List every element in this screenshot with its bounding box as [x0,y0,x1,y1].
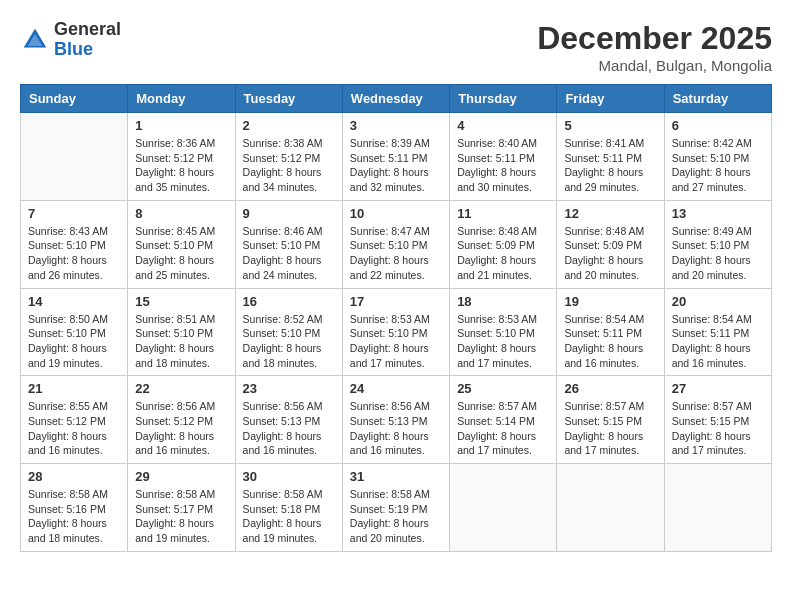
calendar-cell: 3Sunrise: 8:39 AM Sunset: 5:11 PM Daylig… [342,113,449,201]
day-info: Sunrise: 8:40 AM Sunset: 5:11 PM Dayligh… [457,136,549,195]
calendar-cell: 11Sunrise: 8:48 AM Sunset: 5:09 PM Dayli… [450,200,557,288]
week-row-4: 21Sunrise: 8:55 AM Sunset: 5:12 PM Dayli… [21,376,772,464]
calendar-cell: 19Sunrise: 8:54 AM Sunset: 5:11 PM Dayli… [557,288,664,376]
weekday-header-tuesday: Tuesday [235,85,342,113]
day-number: 17 [350,294,442,309]
day-number: 26 [564,381,656,396]
day-info: Sunrise: 8:56 AM Sunset: 5:13 PM Dayligh… [350,399,442,458]
day-number: 16 [243,294,335,309]
day-info: Sunrise: 8:36 AM Sunset: 5:12 PM Dayligh… [135,136,227,195]
day-number: 18 [457,294,549,309]
day-info: Sunrise: 8:51 AM Sunset: 5:10 PM Dayligh… [135,312,227,371]
weekday-header-row: SundayMondayTuesdayWednesdayThursdayFrid… [21,85,772,113]
calendar-cell: 16Sunrise: 8:52 AM Sunset: 5:10 PM Dayli… [235,288,342,376]
day-info: Sunrise: 8:49 AM Sunset: 5:10 PM Dayligh… [672,224,764,283]
day-number: 19 [564,294,656,309]
day-number: 13 [672,206,764,221]
day-info: Sunrise: 8:58 AM Sunset: 5:16 PM Dayligh… [28,487,120,546]
calendar-cell: 2Sunrise: 8:38 AM Sunset: 5:12 PM Daylig… [235,113,342,201]
calendar-cell: 20Sunrise: 8:54 AM Sunset: 5:11 PM Dayli… [664,288,771,376]
day-number: 1 [135,118,227,133]
day-number: 14 [28,294,120,309]
calendar-cell: 30Sunrise: 8:58 AM Sunset: 5:18 PM Dayli… [235,464,342,552]
day-info: Sunrise: 8:43 AM Sunset: 5:10 PM Dayligh… [28,224,120,283]
day-info: Sunrise: 8:38 AM Sunset: 5:12 PM Dayligh… [243,136,335,195]
day-number: 24 [350,381,442,396]
day-number: 11 [457,206,549,221]
day-number: 3 [350,118,442,133]
logo-blue: Blue [54,40,121,60]
day-info: Sunrise: 8:39 AM Sunset: 5:11 PM Dayligh… [350,136,442,195]
week-row-1: 1Sunrise: 8:36 AM Sunset: 5:12 PM Daylig… [21,113,772,201]
week-row-2: 7Sunrise: 8:43 AM Sunset: 5:10 PM Daylig… [21,200,772,288]
calendar-cell: 12Sunrise: 8:48 AM Sunset: 5:09 PM Dayli… [557,200,664,288]
day-info: Sunrise: 8:55 AM Sunset: 5:12 PM Dayligh… [28,399,120,458]
day-info: Sunrise: 8:54 AM Sunset: 5:11 PM Dayligh… [564,312,656,371]
weekday-header-thursday: Thursday [450,85,557,113]
day-number: 12 [564,206,656,221]
calendar-cell: 21Sunrise: 8:55 AM Sunset: 5:12 PM Dayli… [21,376,128,464]
day-number: 31 [350,469,442,484]
day-info: Sunrise: 8:45 AM Sunset: 5:10 PM Dayligh… [135,224,227,283]
day-number: 27 [672,381,764,396]
calendar-cell: 17Sunrise: 8:53 AM Sunset: 5:10 PM Dayli… [342,288,449,376]
day-info: Sunrise: 8:58 AM Sunset: 5:18 PM Dayligh… [243,487,335,546]
calendar-cell: 9Sunrise: 8:46 AM Sunset: 5:10 PM Daylig… [235,200,342,288]
day-info: Sunrise: 8:50 AM Sunset: 5:10 PM Dayligh… [28,312,120,371]
calendar-cell: 4Sunrise: 8:40 AM Sunset: 5:11 PM Daylig… [450,113,557,201]
day-info: Sunrise: 8:56 AM Sunset: 5:13 PM Dayligh… [243,399,335,458]
day-info: Sunrise: 8:56 AM Sunset: 5:12 PM Dayligh… [135,399,227,458]
calendar-table: SundayMondayTuesdayWednesdayThursdayFrid… [20,84,772,552]
calendar-cell: 8Sunrise: 8:45 AM Sunset: 5:10 PM Daylig… [128,200,235,288]
logo: General Blue [20,20,121,60]
calendar-cell: 18Sunrise: 8:53 AM Sunset: 5:10 PM Dayli… [450,288,557,376]
calendar-cell [664,464,771,552]
day-info: Sunrise: 8:46 AM Sunset: 5:10 PM Dayligh… [243,224,335,283]
day-number: 6 [672,118,764,133]
calendar-cell: 25Sunrise: 8:57 AM Sunset: 5:14 PM Dayli… [450,376,557,464]
day-info: Sunrise: 8:58 AM Sunset: 5:17 PM Dayligh… [135,487,227,546]
weekday-header-sunday: Sunday [21,85,128,113]
day-number: 8 [135,206,227,221]
day-number: 2 [243,118,335,133]
day-number: 4 [457,118,549,133]
month-title: December 2025 [537,20,772,57]
calendar-cell: 31Sunrise: 8:58 AM Sunset: 5:19 PM Dayli… [342,464,449,552]
calendar-cell: 5Sunrise: 8:41 AM Sunset: 5:11 PM Daylig… [557,113,664,201]
day-info: Sunrise: 8:48 AM Sunset: 5:09 PM Dayligh… [457,224,549,283]
day-info: Sunrise: 8:48 AM Sunset: 5:09 PM Dayligh… [564,224,656,283]
week-row-3: 14Sunrise: 8:50 AM Sunset: 5:10 PM Dayli… [21,288,772,376]
weekday-header-friday: Friday [557,85,664,113]
day-number: 23 [243,381,335,396]
title-block: December 2025 Mandal, Bulgan, Mongolia [537,20,772,74]
calendar-cell: 22Sunrise: 8:56 AM Sunset: 5:12 PM Dayli… [128,376,235,464]
day-number: 10 [350,206,442,221]
calendar-cell: 10Sunrise: 8:47 AM Sunset: 5:10 PM Dayli… [342,200,449,288]
day-info: Sunrise: 8:41 AM Sunset: 5:11 PM Dayligh… [564,136,656,195]
day-info: Sunrise: 8:57 AM Sunset: 5:15 PM Dayligh… [564,399,656,458]
calendar-cell: 13Sunrise: 8:49 AM Sunset: 5:10 PM Dayli… [664,200,771,288]
week-row-5: 28Sunrise: 8:58 AM Sunset: 5:16 PM Dayli… [21,464,772,552]
weekday-header-wednesday: Wednesday [342,85,449,113]
day-number: 30 [243,469,335,484]
calendar-cell: 28Sunrise: 8:58 AM Sunset: 5:16 PM Dayli… [21,464,128,552]
logo-text: General Blue [54,20,121,60]
day-info: Sunrise: 8:53 AM Sunset: 5:10 PM Dayligh… [457,312,549,371]
day-number: 9 [243,206,335,221]
day-number: 28 [28,469,120,484]
calendar-cell: 26Sunrise: 8:57 AM Sunset: 5:15 PM Dayli… [557,376,664,464]
logo-icon [20,25,50,55]
day-info: Sunrise: 8:57 AM Sunset: 5:15 PM Dayligh… [672,399,764,458]
day-info: Sunrise: 8:58 AM Sunset: 5:19 PM Dayligh… [350,487,442,546]
calendar-cell: 14Sunrise: 8:50 AM Sunset: 5:10 PM Dayli… [21,288,128,376]
day-number: 29 [135,469,227,484]
calendar-cell: 29Sunrise: 8:58 AM Sunset: 5:17 PM Dayli… [128,464,235,552]
day-number: 15 [135,294,227,309]
calendar-cell: 7Sunrise: 8:43 AM Sunset: 5:10 PM Daylig… [21,200,128,288]
weekday-header-monday: Monday [128,85,235,113]
calendar-cell: 27Sunrise: 8:57 AM Sunset: 5:15 PM Dayli… [664,376,771,464]
calendar-cell: 15Sunrise: 8:51 AM Sunset: 5:10 PM Dayli… [128,288,235,376]
calendar-cell: 23Sunrise: 8:56 AM Sunset: 5:13 PM Dayli… [235,376,342,464]
day-number: 20 [672,294,764,309]
calendar-cell [21,113,128,201]
